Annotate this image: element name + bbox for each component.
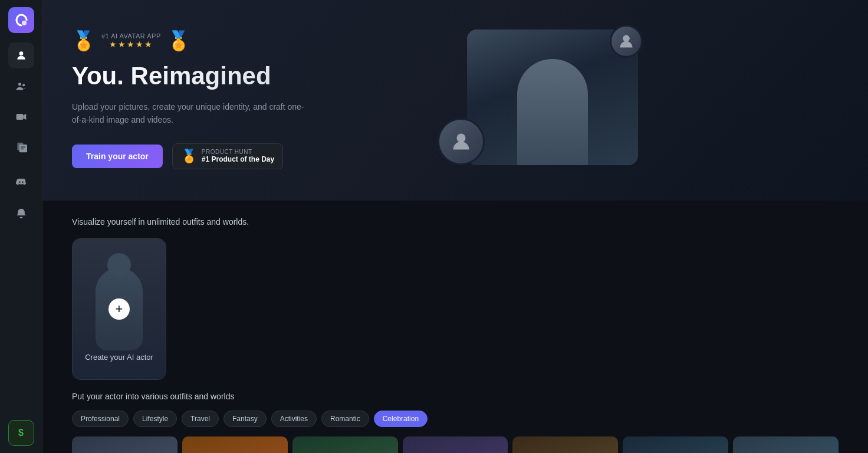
product-hunt-text: PRODUCT HUNT #1 Product of the Day: [202, 149, 274, 163]
photo-card-2[interactable]: [182, 436, 288, 453]
outfits-title: Put your actor into various outfits and …: [72, 392, 839, 401]
sidebar-item-notifications[interactable]: [8, 201, 34, 226]
photo-card-4[interactable]: [403, 436, 508, 453]
hero-subtext: Upload your pictures, create your unique…: [72, 100, 308, 127]
tag-lifestyle[interactable]: Lifestyle: [133, 411, 177, 427]
svg-point-9: [623, 35, 630, 42]
svg-point-3: [22, 84, 25, 86]
svg-point-10: [457, 134, 466, 143]
product-hunt-title: #1 Product of the Day: [202, 155, 274, 163]
tag-activities[interactable]: Activities: [271, 411, 317, 427]
tag-travel[interactable]: Travel: [182, 411, 219, 427]
sidebar-item-community[interactable]: [8, 73, 34, 99]
visualize-section: Visualize yourself in unlimited outfits …: [42, 201, 868, 392]
svg-rect-4: [16, 114, 23, 120]
app-logo[interactable]: [8, 7, 34, 33]
sidebar-item-video[interactable]: [8, 104, 34, 130]
hero-actions: Train your actor 🏅 PRODUCT HUNT #1 Produ…: [72, 143, 426, 169]
laurel-right-icon: 🏅: [167, 31, 190, 50]
hero-content: 🏅 #1 AI Avatar App ★★★★★ 🏅 You. Reimagin…: [72, 31, 426, 169]
product-hunt-tag: PRODUCT HUNT: [202, 149, 274, 155]
hero-avatar-top: [610, 25, 643, 58]
award-text: #1 AI Avatar App ★★★★★: [101, 32, 161, 49]
main-content: 🏅 #1 AI Avatar App ★★★★★ 🏅 You. Reimagin…: [42, 0, 868, 453]
tag-romantic[interactable]: Romantic: [321, 411, 369, 427]
plus-icon: +: [108, 298, 130, 320]
train-actor-button[interactable]: Train your actor: [72, 145, 163, 168]
create-actor-label: Create your AI actor: [73, 353, 166, 362]
tag-professional[interactable]: Professional: [72, 411, 129, 427]
hero-avatar-bottom: [438, 118, 485, 165]
award-title: #1 AI Avatar App: [101, 32, 161, 40]
outfit-tags: ProfessionalLifestyleTravelFantasyActivi…: [72, 411, 839, 427]
sidebar-item-docs[interactable]: [8, 134, 34, 160]
photo-card-1[interactable]: [72, 436, 177, 453]
hero-section: 🏅 #1 AI Avatar App ★★★★★ 🏅 You. Reimagin…: [42, 0, 868, 201]
sidebar-item-credits[interactable]: $: [8, 420, 34, 446]
photo-card-6[interactable]: [623, 436, 728, 453]
product-hunt-badge: 🏅 PRODUCT HUNT #1 Product of the Day: [172, 143, 283, 169]
photo-strip: [72, 436, 839, 453]
sidebar-item-profile[interactable]: [8, 42, 34, 68]
svg-point-2: [18, 83, 21, 86]
medal-icon: 🏅: [181, 149, 197, 164]
svg-rect-6: [19, 145, 27, 152]
dollar-icon: $: [18, 428, 24, 438]
actor-grid: + Create your AI actor: [72, 238, 839, 380]
photo-card-3[interactable]: [292, 436, 398, 453]
tag-celebration[interactable]: Celebration: [374, 411, 428, 427]
hero-heading: You. Reimagined: [72, 62, 426, 90]
outfits-section: Put your actor into various outfits and …: [42, 392, 868, 453]
svg-point-1: [19, 51, 23, 55]
photo-card-7[interactable]: [733, 436, 839, 453]
sidebar-item-discord[interactable]: [8, 170, 34, 196]
award-stars: ★★★★★: [101, 40, 161, 49]
photo-card-5[interactable]: [512, 436, 618, 453]
laurel-left-icon: 🏅: [72, 31, 96, 50]
award-badge: 🏅 #1 AI Avatar App ★★★★★ 🏅: [72, 31, 426, 50]
sidebar: $: [0, 0, 42, 453]
tag-fantasy[interactable]: Fantasy: [223, 411, 267, 427]
hero-image-area: [449, 29, 638, 171]
svg-point-0: [22, 21, 27, 25]
create-actor-card[interactable]: + Create your AI actor: [72, 238, 166, 380]
visualize-title: Visualize yourself in unlimited outfits …: [72, 217, 839, 226]
